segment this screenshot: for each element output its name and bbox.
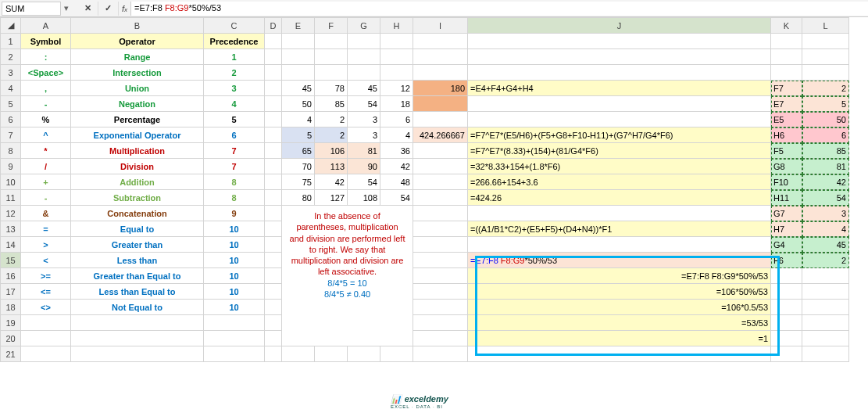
cell[interactable]: 50 (282, 96, 315, 112)
cell[interactable]: 81 (802, 159, 849, 174)
cell[interactable]: Greater than Equal to (71, 268, 204, 284)
cell[interactable]: % (21, 112, 71, 127)
cell[interactable]: Negation (71, 96, 204, 112)
cell[interactable]: Equal to (71, 221, 204, 237)
cell[interactable]: 54 (348, 174, 380, 190)
cell[interactable] (413, 206, 468, 221)
cell[interactable]: * (21, 143, 71, 159)
col-header[interactable]: F (315, 18, 348, 34)
cell[interactable] (413, 237, 468, 253)
cell[interactable] (71, 346, 204, 362)
cell[interactable] (265, 284, 282, 300)
cancel-icon[interactable]: ✕ (78, 2, 98, 16)
cell[interactable]: =266.66+154+3.6 (468, 174, 771, 190)
col-header[interactable]: H (380, 18, 413, 34)
cell[interactable]: 10 (204, 300, 265, 315)
cell[interactable]: =F7^E7*(E5/H6)+(F5+G8+F10-H11)+(G7^H7/G4… (468, 127, 771, 143)
cell[interactable] (413, 65, 468, 81)
cell[interactable]: 85 (802, 143, 849, 159)
cell[interactable]: : (21, 49, 71, 65)
cell[interactable]: + (21, 174, 71, 190)
cell[interactable] (468, 112, 771, 127)
cell[interactable]: F10 (771, 174, 802, 190)
cell[interactable]: 54 (802, 190, 849, 206)
row-header[interactable]: 4 (1, 81, 21, 96)
cell[interactable] (771, 346, 802, 362)
col-header[interactable]: I (413, 18, 468, 34)
cell[interactable]: <= (21, 284, 71, 300)
cell[interactable] (265, 127, 282, 143)
cell[interactable]: 5 (204, 112, 265, 127)
cell[interactable] (265, 346, 282, 362)
cell[interactable]: 50 (802, 112, 849, 127)
cell[interactable]: 3 (204, 81, 265, 96)
cell[interactable]: 90 (348, 159, 380, 174)
cell[interactable]: G8 (771, 159, 802, 174)
col-header[interactable]: A (21, 18, 71, 34)
cell[interactable]: 3 (348, 127, 380, 143)
cell[interactable] (265, 65, 282, 81)
cell[interactable]: Precedence (204, 34, 265, 49)
cell[interactable] (282, 34, 315, 49)
cell[interactable] (413, 300, 468, 315)
cell[interactable]: 5 (282, 127, 315, 143)
cell[interactable]: >= (21, 268, 71, 284)
cell[interactable] (802, 34, 849, 49)
cell[interactable] (71, 315, 204, 331)
cell[interactable] (380, 346, 413, 362)
cell[interactable] (204, 315, 265, 331)
cell[interactable] (265, 190, 282, 206)
cell[interactable]: Range (71, 49, 204, 65)
cell[interactable]: 8 (204, 174, 265, 190)
cell[interactable]: =106*50%/53 (468, 284, 771, 300)
cell[interactable]: 10 (204, 237, 265, 253)
cell[interactable]: 2 (802, 253, 849, 268)
cell[interactable]: 81 (348, 143, 380, 159)
cell[interactable]: 106 (315, 143, 348, 159)
cell[interactable]: =E4+F4+G4+H4 (468, 81, 771, 96)
enter-icon[interactable]: ✓ (98, 2, 119, 16)
cell[interactable]: 6 (204, 127, 265, 143)
cell[interactable]: 10 (204, 284, 265, 300)
cell[interactable]: 80 (282, 190, 315, 206)
cell[interactable] (802, 315, 849, 331)
col-header[interactable]: G (348, 18, 380, 34)
cell[interactable]: & (21, 206, 71, 221)
cell[interactable]: 54 (380, 190, 413, 206)
cell[interactable]: =32*8.33+154+(1.8*F6) (468, 159, 771, 174)
cell[interactable]: G7 (771, 206, 802, 221)
cell[interactable]: 7 (204, 159, 265, 174)
cell[interactable]: 3 (802, 206, 849, 221)
col-header[interactable]: E (282, 18, 315, 34)
cell[interactable] (265, 159, 282, 174)
cell[interactable]: =((A1/B1*C2)+(E5+F5)+(D4+N4))*F1 (468, 221, 771, 237)
cell[interactable] (771, 284, 802, 300)
cell[interactable] (413, 331, 468, 346)
row-header[interactable]: 15 (1, 253, 21, 268)
row-header[interactable]: 14 (1, 237, 21, 253)
cell[interactable]: E5 (771, 112, 802, 127)
cell[interactable] (265, 174, 282, 190)
cell[interactable] (21, 315, 71, 331)
cell[interactable]: Operator (71, 34, 204, 49)
cell[interactable]: 45 (282, 81, 315, 96)
cell[interactable] (468, 237, 771, 253)
cell[interactable]: F5 (771, 143, 802, 159)
cell[interactable]: 6 (380, 112, 413, 127)
cell[interactable] (468, 34, 771, 49)
cell[interactable]: / (21, 159, 71, 174)
formula-input[interactable]: =E7:F8 F8:G9*50%/53 (130, 2, 868, 16)
col-header[interactable]: D (265, 18, 282, 34)
cell[interactable] (413, 96, 468, 112)
cell[interactable] (265, 268, 282, 284)
cell[interactable] (468, 346, 771, 362)
row-header[interactable]: 19 (1, 315, 21, 331)
cell[interactable] (802, 346, 849, 362)
cell[interactable]: 78 (315, 81, 348, 96)
cell[interactable] (771, 300, 802, 315)
cell[interactable]: =53/53 (468, 315, 771, 331)
cell[interactable] (413, 159, 468, 174)
cell[interactable] (413, 143, 468, 159)
cell[interactable]: 4 (282, 112, 315, 127)
cell[interactable]: 54 (348, 96, 380, 112)
